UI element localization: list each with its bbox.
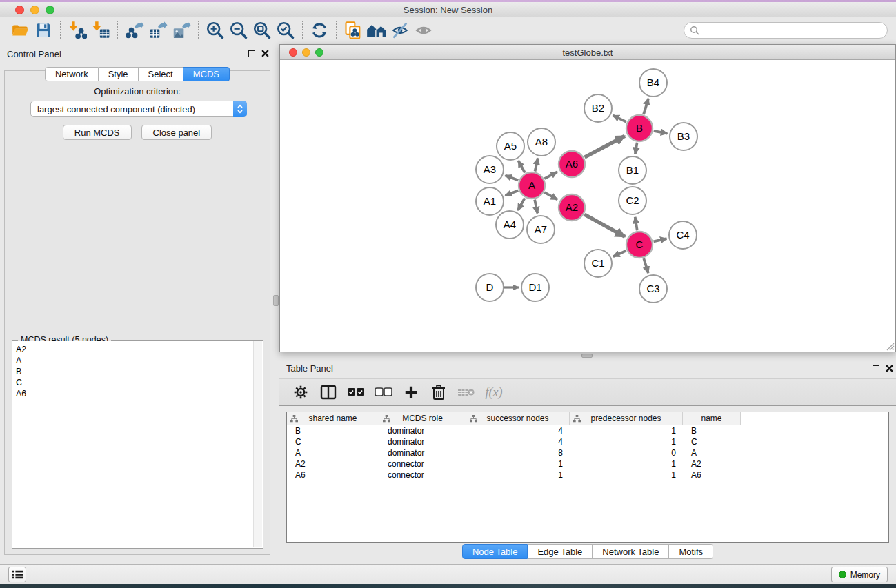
result-list-item[interactable]: A2 (16, 344, 253, 355)
graph-node-label: A (528, 179, 535, 191)
table-row[interactable]: A2connector11A2 (287, 458, 888, 469)
result-list-item[interactable]: C (16, 377, 253, 388)
delete-row-button[interactable] (428, 383, 449, 402)
graph-node-label: C2 (626, 194, 639, 206)
table-row[interactable]: Cdominator41C (287, 436, 888, 447)
tab-edge-table[interactable]: Edge Table (528, 544, 593, 559)
column-header[interactable]: successor nodes (466, 412, 570, 425)
zoom-out-button[interactable] (227, 20, 250, 41)
graph-edge[interactable] (544, 192, 557, 199)
export-network-button[interactable] (123, 20, 146, 41)
zoom-in-button[interactable] (203, 20, 227, 41)
memory-label: Memory (850, 570, 880, 580)
graph-edge[interactable] (613, 251, 626, 257)
criterion-value: largest connected component (directed) (31, 104, 233, 114)
node-table[interactable]: shared nameMCDS rolesuccessor nodesprede… (286, 412, 889, 543)
refresh-button[interactable] (308, 20, 331, 41)
graph-edge[interactable] (518, 161, 525, 172)
run-mcds-button[interactable]: Run MCDS (63, 125, 132, 140)
graph-edge[interactable] (654, 131, 668, 134)
zoom-selected-button[interactable] (274, 20, 297, 41)
vertical-divider-grip[interactable] (273, 295, 279, 306)
graph-node-label: A4 (504, 219, 516, 230)
eye-icon (414, 21, 433, 39)
column-header[interactable]: name (683, 412, 741, 425)
table-row[interactable]: A6connector11A6 (287, 469, 888, 480)
graph-edge[interactable] (653, 239, 666, 241)
table-row[interactable]: Bdominator41B (287, 425, 888, 436)
graph-edge[interactable] (635, 217, 637, 231)
column-header[interactable]: shared name (287, 412, 379, 425)
export-table-button[interactable] (146, 20, 170, 41)
graph-edge[interactable] (585, 136, 625, 157)
table-cell: connector (379, 458, 466, 469)
resize-grip-icon[interactable] (885, 341, 895, 351)
import-table-button[interactable] (89, 20, 112, 41)
zoom-fit-button[interactable] (250, 20, 274, 41)
result-list-item[interactable]: B (16, 366, 253, 377)
column-header-label: successor nodes (486, 414, 548, 423)
close-panel-button[interactable]: Close panel (141, 125, 212, 140)
copy-network-button[interactable] (341, 20, 365, 41)
graph-edge[interactable] (613, 115, 626, 121)
tab-network-table[interactable]: Network Table (593, 544, 669, 559)
graph-edge[interactable] (518, 198, 525, 210)
graph-edge[interactable] (545, 172, 557, 179)
save-icon (34, 21, 52, 39)
column-header[interactable]: predecessor nodes (570, 412, 683, 425)
attribute-tree-icon (470, 415, 477, 425)
result-list-item[interactable]: A6 (16, 388, 253, 399)
close-table-panel-icon[interactable] (886, 365, 893, 372)
show-all-button[interactable] (412, 20, 435, 41)
table-row[interactable]: Adominator80A (287, 447, 888, 458)
function-builder-button[interactable]: f(x) (484, 383, 504, 402)
tab-style[interactable]: Style (99, 67, 139, 81)
memory-button[interactable]: Memory (831, 567, 888, 582)
graph-edge[interactable] (505, 190, 518, 195)
add-row-button[interactable] (401, 383, 421, 402)
open-session-button[interactable] (8, 20, 32, 41)
export-image-button[interactable] (170, 20, 193, 41)
search-input[interactable] (684, 22, 888, 39)
delete-table-button[interactable] (456, 383, 477, 402)
tab-network[interactable]: Network (45, 67, 99, 81)
result-scrollbar[interactable] (253, 341, 262, 547)
select-all-button[interactable] (346, 383, 366, 402)
table-cell: 1 (570, 458, 683, 469)
close-panel-icon[interactable] (261, 50, 269, 57)
graph-edge[interactable] (584, 214, 625, 236)
task-history-button[interactable] (8, 567, 26, 582)
result-list-item[interactable]: A (16, 355, 253, 366)
deselect-all-button[interactable] (373, 383, 394, 402)
horizontal-divider-grip[interactable] (581, 354, 593, 358)
split-view-button[interactable] (318, 383, 339, 402)
graph-edge[interactable] (635, 143, 637, 154)
import-table-icon (91, 21, 110, 39)
graph-node-label: C3 (646, 283, 659, 294)
float-table-panel-icon[interactable] (873, 365, 879, 372)
network-canvas[interactable]: AA1A2A3A4A5A6A7A8BB1B2B3B4CC1C2C3C4DD1 (280, 60, 895, 352)
tab-node-table[interactable]: Node Table (462, 544, 528, 559)
float-panel-icon[interactable] (248, 50, 255, 57)
table-settings-button[interactable] (290, 383, 311, 402)
trash-icon (431, 385, 446, 401)
criterion-dropdown[interactable]: largest connected component (directed) (30, 101, 247, 117)
graph-edge[interactable] (535, 158, 538, 171)
graph-edge[interactable] (644, 99, 648, 114)
hide-selected-button[interactable] (388, 20, 412, 41)
dropdown-stepper-icon (233, 101, 247, 117)
graph-edge[interactable] (535, 200, 537, 214)
save-session-button[interactable] (32, 20, 55, 41)
tab-motifs[interactable]: Motifs (669, 544, 713, 559)
tab-mcds[interactable]: MCDS (183, 67, 230, 81)
mcds-result-list[interactable]: A2ABCA6 (13, 341, 253, 547)
graph-edge[interactable] (505, 175, 518, 180)
column-header[interactable]: MCDS role (379, 412, 466, 425)
graph-edge[interactable] (644, 258, 648, 273)
tab-select[interactable]: Select (139, 67, 183, 81)
home-icon (366, 21, 387, 39)
home-button[interactable] (365, 20, 388, 41)
main-titlebar: Session: New Session (0, 2, 896, 17)
import-network-button[interactable] (66, 20, 89, 41)
export-image-icon (172, 21, 191, 39)
